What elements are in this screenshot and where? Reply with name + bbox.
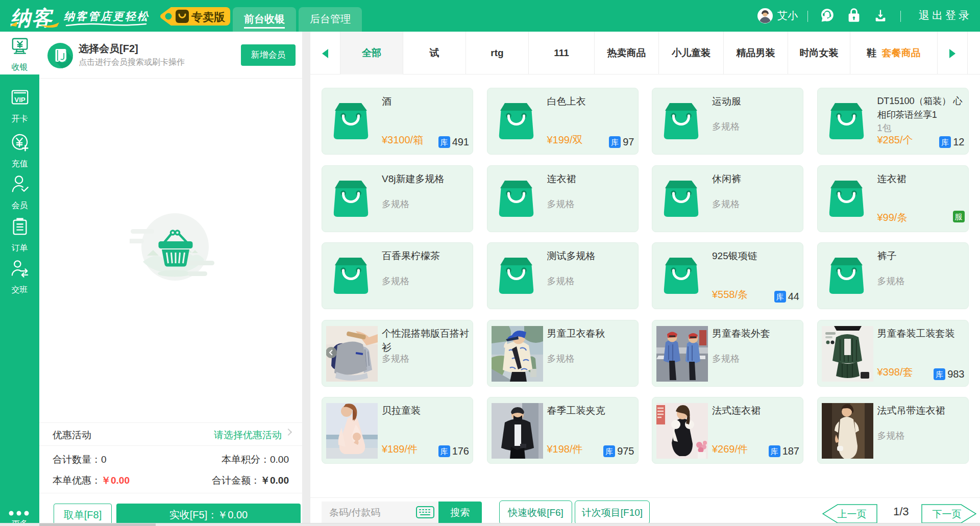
svg-text:VIP: VIP: [14, 96, 26, 104]
svg-text:下一页: 下一页: [933, 509, 962, 519]
svg-text:上一页: 上一页: [838, 509, 867, 519]
